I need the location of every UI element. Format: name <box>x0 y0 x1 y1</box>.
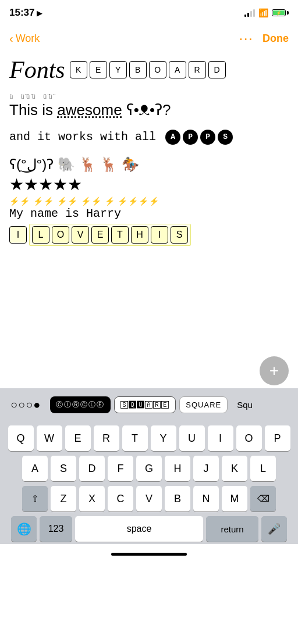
love-this-highlighted: L O V E T H I S <box>29 224 191 246</box>
apps-text: and it works with all <box>9 130 163 144</box>
key-letter-R: R <box>189 61 206 78</box>
content-area: Fonts K E Y B O A R D ü ü̈ü̈ü ü̈ü̈ This … <box>0 51 298 388</box>
apps-line: and it works with all A P P S <box>9 130 289 145</box>
key-D[interactable]: D <box>79 456 105 481</box>
key-M[interactable]: M <box>222 486 247 511</box>
font-style-dots[interactable]: ○○○● <box>5 395 47 415</box>
circle-S: S <box>218 130 233 145</box>
symbol-animals-line: ʕ(°ل͜°)ʔ 🐘 🦌 🦌 🏇 <box>9 156 289 173</box>
signal-bar-2 <box>247 13 249 17</box>
space-button[interactable]: space <box>75 516 203 542</box>
key-R[interactable]: R <box>94 425 119 451</box>
keyboard-row-2: A S D F G H J K L <box>2 456 296 481</box>
box-V: V <box>72 226 89 244</box>
key-V[interactable]: V <box>136 486 162 511</box>
font-style-plain[interactable]: Squ <box>231 396 258 413</box>
key-T[interactable]: T <box>122 425 148 451</box>
circle-P2: P <box>200 130 215 145</box>
chevron-left-icon: ‹ <box>9 33 13 44</box>
box-I: I <box>9 226 27 244</box>
key-P[interactable]: P <box>265 425 290 451</box>
apps-section: and it works with all A P P S <box>9 130 289 145</box>
box-H: H <box>131 226 148 244</box>
keyboard-row-1: Q W E R T Y U I O P <box>2 425 296 451</box>
numbers-button[interactable]: 123 <box>40 516 72 542</box>
delete-button[interactable]: ⌫ <box>250 486 276 511</box>
home-indicator <box>0 544 298 564</box>
font-style-circle[interactable]: ⒸⒾⓇⒸⓁⒺ <box>50 396 111 413</box>
symbol-section: ʕ(°ل͜°)ʔ 🐘 🦌 🦌 🏇 ★★★★★ ⚡⚡ ⚡⚡ ⚡⚡ ⚡⚡ ⚡ ⚡⚡⚡… <box>9 156 289 246</box>
key-letter-K: K <box>70 61 87 78</box>
font-style-square-outline[interactable]: 🅂🆀🆄🄰🅁🄴 <box>114 396 176 413</box>
this-is-text: This is <box>9 101 57 119</box>
key-N[interactable]: N <box>193 486 219 511</box>
add-button[interactable]: + <box>260 356 289 385</box>
location-icon: ▶ <box>37 9 42 17</box>
box-S: S <box>171 226 188 244</box>
keyboard: Q W E R T Y U I O P A S D F G H J K L ⇧ … <box>0 421 298 544</box>
status-bar: 15:37 ▶ 📶 ⚡ <box>0 0 298 26</box>
stars-line: ★★★★★ <box>9 175 289 194</box>
more-options-button[interactable]: ··· <box>239 30 253 48</box>
fonts-script-text: Fonts <box>9 56 65 84</box>
key-Z[interactable]: Z <box>51 486 76 511</box>
key-L[interactable]: L <box>250 456 276 481</box>
key-U[interactable]: U <box>179 425 205 451</box>
tiny-text-above: ü ü̈ü̈ü ü̈ü̈ <box>9 93 289 101</box>
key-K[interactable]: K <box>222 456 247 481</box>
signal-bar-4 <box>253 9 255 17</box>
nav-actions: ··· Done <box>239 30 289 48</box>
font-style-selector[interactable]: ○○○● ⒸⒾⓇⒸⓁⒺ 🅂🆀🆄🄰🅁🄴 SQUARE Squ <box>0 388 298 421</box>
box-T: T <box>111 226 129 244</box>
back-button[interactable]: ‹ Work <box>9 33 40 45</box>
return-button[interactable]: return <box>206 516 258 542</box>
key-J[interactable]: J <box>193 456 219 481</box>
wifi-icon: 📶 <box>258 8 268 17</box>
keyboard-row-3: ⇧ Z X C V B N M ⌫ <box>2 486 296 511</box>
globe-button[interactable]: 🌐 <box>11 516 37 542</box>
key-S[interactable]: S <box>51 456 76 481</box>
microphone-button[interactable]: 🎤 <box>261 516 287 542</box>
key-letter-Y: Y <box>109 61 127 78</box>
awesome-line: This is awesome ʕ•ᴥ•ʔ? <box>9 101 289 120</box>
key-Y[interactable]: Y <box>151 425 176 451</box>
key-G[interactable]: G <box>136 456 162 481</box>
key-I[interactable]: I <box>208 425 233 451</box>
fonts-header: Fonts K E Y B O A R D <box>9 56 289 84</box>
key-letter-A: A <box>169 61 186 78</box>
back-label: Work <box>16 33 40 45</box>
keyboard-row-4: 🌐 123 space return 🎤 <box>2 516 296 542</box>
key-W[interactable]: W <box>37 425 62 451</box>
plus-icon: + <box>269 362 279 380</box>
key-H[interactable]: H <box>165 456 190 481</box>
key-letter-E: E <box>90 61 107 78</box>
key-C[interactable]: C <box>108 486 133 511</box>
key-B[interactable]: B <box>165 486 190 511</box>
shift-button[interactable]: ⇧ <box>22 486 48 511</box>
circle-P1: P <box>183 130 198 145</box>
signal-bar-1 <box>244 15 246 17</box>
key-letter-B: B <box>129 61 147 78</box>
home-bar <box>111 553 187 556</box>
awesome-section: ü ü̈ü̈ü ü̈ü̈ This is awesome ʕ•ᴥ•ʔ? <box>9 93 289 120</box>
key-A[interactable]: A <box>22 456 48 481</box>
key-Q[interactable]: Q <box>8 425 34 451</box>
box-L: L <box>32 226 49 244</box>
love-this-line: I L O V E T H I S <box>9 224 289 246</box>
box-O: O <box>52 226 69 244</box>
status-time: 15:37 <box>9 7 34 19</box>
box-E: E <box>91 226 109 244</box>
signal-bars <box>244 9 255 17</box>
status-icons: 📶 ⚡ <box>244 8 289 17</box>
key-F[interactable]: F <box>108 456 133 481</box>
key-E[interactable]: E <box>65 425 91 451</box>
circle-A: A <box>165 130 180 145</box>
key-letter-D: D <box>208 61 226 78</box>
keyboard-letters: K E Y B O A R D <box>70 61 226 78</box>
font-style-square-filled[interactable]: SQUARE <box>179 396 228 413</box>
key-X[interactable]: X <box>79 486 105 511</box>
key-O[interactable]: O <box>236 425 262 451</box>
lightning-line: ⚡⚡ ⚡⚡ ⚡⚡ ⚡⚡ ⚡ ⚡⚡⚡⚡ <box>9 196 289 206</box>
battery-icon: ⚡ <box>272 9 289 16</box>
done-button[interactable]: Done <box>262 33 289 45</box>
